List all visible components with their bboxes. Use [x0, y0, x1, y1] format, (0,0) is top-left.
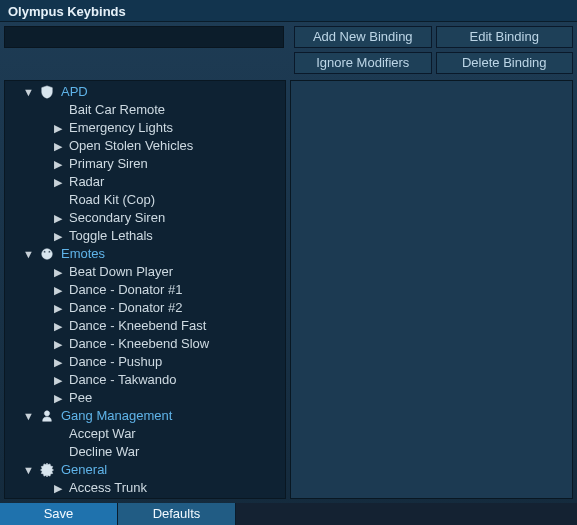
binding-label: Primary Siren: [69, 155, 148, 173]
gang-icon: [39, 408, 55, 424]
binding-label: Dance - Kneebend Slow: [69, 335, 209, 353]
binding-label: Toggle Lethals: [69, 227, 153, 245]
chevron-right-icon: ▶: [53, 335, 63, 353]
chevron-down-icon: ▼: [23, 245, 33, 263]
binding-label: Access Trunk: [69, 479, 147, 497]
chevron-right-icon: ▶: [53, 497, 63, 499]
toolbar: Add New Binding Edit Binding Ignore Modi…: [0, 22, 577, 80]
chevron-right-icon: ▶: [53, 299, 63, 317]
binding-item[interactable]: ▶Dance - Kneebend Fast: [5, 317, 285, 335]
binding-label: Pee: [69, 389, 92, 407]
window-title: Olympus Keybinds: [0, 0, 577, 22]
binding-label: Radar: [69, 173, 104, 191]
chevron-right-icon: ▶: [53, 479, 63, 497]
binding-label: Road Kit (Cop): [69, 191, 155, 209]
ignore-modifiers-button[interactable]: Ignore Modifiers: [294, 52, 432, 74]
binding-item[interactable]: ▶Dance - Kneebend Slow: [5, 335, 285, 353]
binding-label: Dance - Pushup: [69, 353, 162, 371]
binding-item[interactable]: ▶Accept War: [5, 425, 285, 443]
chevron-down-icon: ▼: [23, 407, 33, 425]
category-header[interactable]: ▼APD: [5, 83, 285, 101]
chevron-down-icon: ▼: [23, 461, 33, 479]
chevron-right-icon: ▶: [53, 263, 63, 281]
binding-label: Accept War: [69, 425, 136, 443]
chevron-right-icon: ▶: [53, 281, 63, 299]
category-label: Gang Management: [61, 407, 172, 425]
binding-item[interactable]: ▶Primary Siren: [5, 155, 285, 173]
binding-label: Emergency Lights: [69, 119, 173, 137]
shield-icon: [39, 84, 55, 100]
category-header[interactable]: ▼Emotes: [5, 245, 285, 263]
chevron-right-icon: ▶: [53, 119, 63, 137]
defaults-button[interactable]: Defaults: [118, 503, 236, 525]
binding-item[interactable]: ▶Access Trunk: [5, 479, 285, 497]
emote-icon: [39, 246, 55, 262]
binding-label: Dance - Donator #2: [69, 299, 182, 317]
chevron-right-icon: ▶: [53, 173, 63, 191]
chevron-right-icon: ▶: [53, 353, 63, 371]
save-button[interactable]: Save: [0, 503, 118, 525]
chevron-right-icon: ▶: [53, 371, 63, 389]
binding-item[interactable]: ▶Open Stolen Vehicles: [5, 137, 285, 155]
binding-item[interactable]: ▶Pee: [5, 389, 285, 407]
gear-icon: [39, 462, 55, 478]
category-header[interactable]: ▼General: [5, 461, 285, 479]
footer: Save Defaults: [0, 503, 577, 525]
edit-binding-button[interactable]: Edit Binding: [436, 26, 574, 48]
binding-item[interactable]: ▶Bait Car Remote: [5, 101, 285, 119]
category-label: APD: [61, 83, 88, 101]
chevron-right-icon: ▶: [53, 227, 63, 245]
binding-item[interactable]: ▶Decline War: [5, 443, 285, 461]
binding-label: Dance - Takwando: [69, 371, 176, 389]
binding-item[interactable]: ▶Dance - Pushup: [5, 353, 285, 371]
chevron-right-icon: ▶: [53, 317, 63, 335]
binding-tree[interactable]: ▼APD▶Bait Car Remote▶Emergency Lights▶Op…: [4, 80, 286, 499]
binding-label: Decline War: [69, 443, 139, 461]
add-binding-button[interactable]: Add New Binding: [294, 26, 432, 48]
delete-binding-button[interactable]: Delete Binding: [436, 52, 574, 74]
category-label: Emotes: [61, 245, 105, 263]
binding-detail-panel: [290, 80, 573, 499]
chevron-down-icon: ▼: [23, 83, 33, 101]
binding-label: Dance - Donator #1: [69, 281, 182, 299]
binding-item[interactable]: ▶Road Kit (Cop): [5, 191, 285, 209]
body-area: ▼APD▶Bait Car Remote▶Emergency Lights▶Op…: [0, 80, 577, 503]
keybinds-window: Olympus Keybinds Add New Binding Edit Bi…: [0, 0, 577, 525]
binding-item[interactable]: ▶Secondary Siren: [5, 209, 285, 227]
binding-label: Open Stolen Vehicles: [69, 137, 193, 155]
binding-label: Dance - Kneebend Fast: [69, 317, 206, 335]
binding-item[interactable]: ▶Toggle Lethals: [5, 227, 285, 245]
category-header[interactable]: ▼Gang Management: [5, 407, 285, 425]
binding-item[interactable]: ▶Autorun: [5, 497, 285, 499]
binding-item[interactable]: ▶Dance - Donator #2: [5, 299, 285, 317]
binding-label: Beat Down Player: [69, 263, 173, 281]
chevron-right-icon: ▶: [53, 389, 63, 407]
search-input[interactable]: [4, 26, 284, 48]
category-label: General: [61, 461, 107, 479]
chevron-right-icon: ▶: [53, 155, 63, 173]
binding-label: Autorun: [69, 497, 115, 499]
binding-item[interactable]: ▶Radar: [5, 173, 285, 191]
binding-item[interactable]: ▶Dance - Takwando: [5, 371, 285, 389]
binding-item[interactable]: ▶Dance - Donator #1: [5, 281, 285, 299]
binding-item[interactable]: ▶Emergency Lights: [5, 119, 285, 137]
binding-item[interactable]: ▶Beat Down Player: [5, 263, 285, 281]
chevron-right-icon: ▶: [53, 137, 63, 155]
binding-label: Bait Car Remote: [69, 101, 165, 119]
binding-label: Secondary Siren: [69, 209, 165, 227]
chevron-right-icon: ▶: [53, 209, 63, 227]
